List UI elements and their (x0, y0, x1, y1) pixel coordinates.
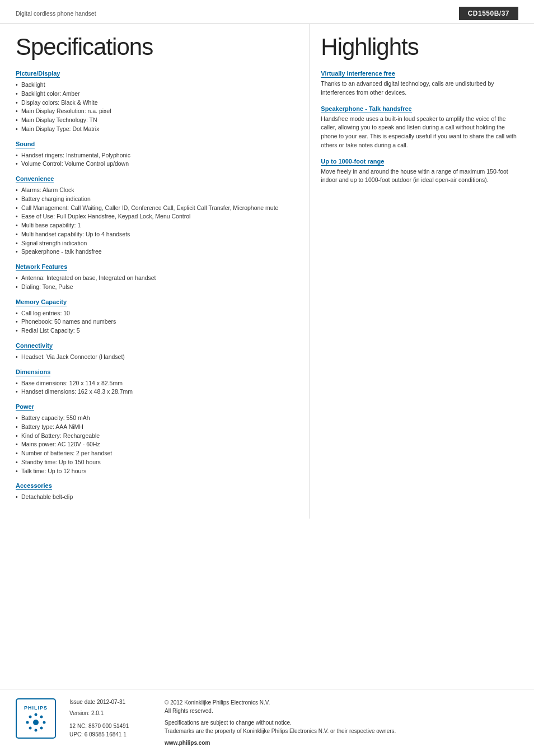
highlight-title: Virtually interference free (321, 70, 395, 78)
spec-section-title: Dimensions (16, 368, 50, 376)
svg-point-3 (40, 716, 43, 718)
spec-section-memory: Memory Capacity Call log entries: 10 Pho… (16, 298, 298, 335)
svg-point-5 (40, 727, 43, 730)
copyright-text: © 2012 Koninklijke Philips Electronics N… (165, 698, 518, 715)
spec-list: Antenna: Integrated on base, Integrated … (16, 274, 298, 292)
highlight-speakerphone: Speakerphone - Talk handsfree Handsfree … (321, 105, 518, 150)
svg-point-8 (26, 721, 29, 724)
spec-item: Backlight color: Amber (16, 90, 298, 99)
spec-item: Talk time: Up to 12 hours (16, 467, 298, 476)
spec-item: Call log entries: 10 (16, 309, 298, 318)
spec-item: Main Display Technology: TN (16, 116, 298, 125)
spec-item: Detachable belt-clip (16, 493, 298, 502)
footer-cols: Issue date 2012-07-31 Version: 2.0.1 12 … (69, 698, 518, 747)
highlight-text: Thanks to an advanced digital technology… (321, 80, 518, 97)
spec-list: Battery capacity: 550 mAh Battery type: … (16, 414, 298, 475)
spec-section-picture-display: Picture/Display Backlight Backlight colo… (16, 70, 298, 134)
spec-section-sound: Sound Handset ringers: Instrumental, Pol… (16, 141, 298, 169)
spec-item: Volume Control: Volume Control up/down (16, 160, 298, 169)
nc-label: 12 NC: 8670 000 51491 (69, 722, 153, 730)
spec-item: Kind of Battery: Rechargeable (16, 432, 298, 441)
spec-section-accessories: Accessories Detachable belt-clip (16, 482, 298, 502)
spec-list: Alarms: Alarm Clock Battery charging ind… (16, 186, 298, 256)
highlight-title: Up to 1000-foot range (321, 158, 384, 166)
nc-info: 12 NC: 8670 000 51491 UPC: 6 09585 16841… (69, 722, 153, 739)
spec-list: Detachable belt-clip (16, 493, 298, 502)
footer-legal: © 2012 Koninklijke Philips Electronics N… (165, 698, 518, 747)
subtitle: Digital cordless phone handset (16, 10, 96, 17)
spec-section-dimensions: Dimensions Base dimensions: 120 x 114 x … (16, 368, 298, 397)
spec-item: Battery capacity: 550 mAh (16, 414, 298, 423)
spec-item: Antenna: Integrated on base, Integrated … (16, 274, 298, 283)
spec-section-convenience: Convenience Alarms: Alarm Clock Battery … (16, 175, 298, 256)
spec-item: Display colors: Black & White (16, 99, 298, 108)
spec-item: Call Management: Call Waiting, Caller ID… (16, 204, 298, 213)
spec-section-title: Picture/Display (16, 70, 60, 78)
spec-item: Dialing: Tone, Pulse (16, 283, 298, 292)
spec-item: Handset dimensions: 162 x 48.3 x 28.7mm (16, 388, 298, 396)
website: www.philips.com (165, 739, 518, 747)
svg-point-9 (29, 716, 32, 718)
highlight-title: Speakerphone - Talk handsfree (321, 105, 411, 113)
spec-item: Ease of Use: Full Duplex Handsfree, Keyp… (16, 212, 298, 221)
spec-section-title: Power (16, 403, 34, 411)
spec-item: Signal strength indication (16, 239, 298, 248)
highlight-interference-free: Virtually interference free Thanks to an… (321, 70, 518, 97)
version: Version: 2.0.1 (69, 710, 153, 717)
spec-list: Headset: Via Jack Connector (Handset) (16, 353, 298, 362)
spec-section-connectivity: Connectivity Headset: Via Jack Connector… (16, 342, 298, 362)
spec-item: Mains power: AC 120V - 60Hz (16, 440, 298, 449)
spec-section-title: Memory Capacity (16, 298, 67, 306)
spec-item: Redial List Capacity: 5 (16, 326, 298, 335)
highlight-range: Up to 1000-foot range Move freely in and… (321, 158, 518, 185)
spec-section-title: Sound (16, 141, 35, 148)
spec-item: Speakerphone - talk handsfree (16, 248, 298, 256)
spec-item: Headset: Via Jack Connector (Handset) (16, 353, 298, 362)
svg-point-10 (33, 720, 39, 725)
svg-text:PHILIPS: PHILIPS (24, 705, 48, 711)
svg-point-4 (43, 721, 46, 724)
spec-item: Alarms: Alarm Clock (16, 186, 298, 195)
svg-point-2 (35, 713, 38, 716)
spec-list: Call log entries: 10 Phonebook: 50 names… (16, 309, 298, 335)
spec-item: Base dimensions: 120 x 114 x 82.5mm (16, 379, 298, 388)
page-footer: PHILIPS Issue date 2012-07-31 (0, 689, 534, 756)
spec-section-title: Accessories (16, 482, 52, 490)
highlight-text: Handsfree mode uses a built-in loud spea… (321, 115, 518, 150)
footer-col1: Issue date 2012-07-31 Version: 2.0.1 12 … (69, 698, 153, 747)
spec-item: Battery type: AAA NiMH (16, 423, 298, 432)
spec-section-power: Power Battery capacity: 550 mAh Battery … (16, 403, 298, 475)
spec-item: Main Display Type: Dot Matrix (16, 125, 298, 134)
spec-section-title: Connectivity (16, 342, 53, 350)
spec-section-title: Convenience (16, 175, 54, 183)
specs-column: Specifications Picture/Display Backlight… (0, 24, 310, 519)
specs-title: Specifications (16, 34, 298, 60)
website-link: www.philips.com (165, 740, 210, 746)
svg-point-6 (35, 729, 38, 732)
spec-item: Phonebook: 50 names and numbers (16, 318, 298, 326)
page-header: Digital cordless phone handset CD1550B/3… (0, 0, 534, 24)
highlights-title: Highlights (321, 34, 518, 60)
spec-item: Multi handset capability: Up to 4 handse… (16, 230, 298, 239)
highlights-column: Highlights Virtually interference free T… (310, 24, 534, 519)
spec-item: Handset ringers: Instrumental, Polyphoni… (16, 151, 298, 160)
spec-section-title: Network Features (16, 263, 67, 271)
model-badge: CD1550B/37 (459, 7, 518, 20)
issue-date-label: Issue date 2012-07-31 (69, 699, 125, 705)
upc-label: UPC: 6 09585 16841 1 (69, 730, 153, 739)
spec-item: Battery charging indication (16, 195, 298, 204)
issue-date: Issue date 2012-07-31 (69, 698, 153, 706)
svg-point-7 (29, 727, 32, 730)
spec-list: Base dimensions: 120 x 114 x 82.5mm Hand… (16, 379, 298, 397)
spec-item: Multi base capability: 1 (16, 221, 298, 230)
spec-item: Backlight (16, 81, 298, 90)
main-content: Specifications Picture/Display Backlight… (0, 24, 534, 519)
spec-list: Handset ringers: Instrumental, Polyphoni… (16, 151, 298, 169)
version-label: Version: 2.0.1 (69, 710, 104, 716)
spec-item: Main Display Resolution: n.a. pixel (16, 107, 298, 116)
spec-item: Number of batteries: 2 per handset (16, 449, 298, 458)
highlight-text: Move freely in and around the house witi… (321, 167, 518, 185)
legal-text: Specifications are subject to change wit… (165, 718, 518, 735)
spec-section-network: Network Features Antenna: Integrated on … (16, 263, 298, 292)
spec-list: Backlight Backlight color: Amber Display… (16, 81, 298, 134)
